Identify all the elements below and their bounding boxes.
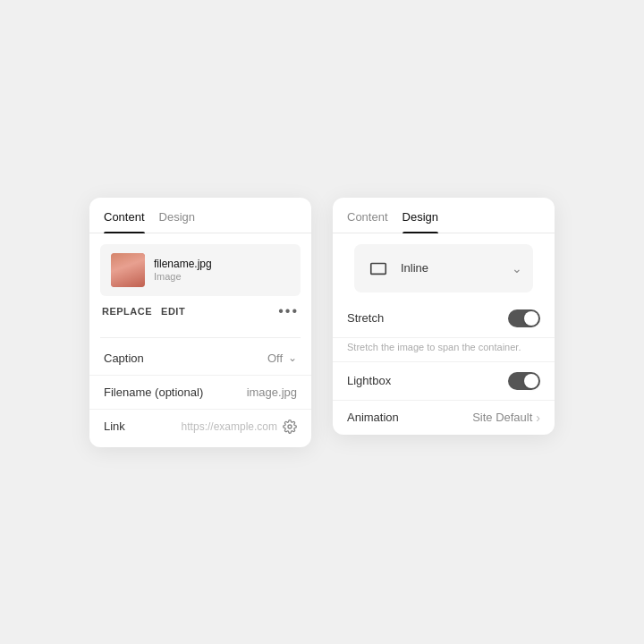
- svg-point-0: [288, 425, 292, 428]
- filename-value[interactable]: image.jpg: [247, 386, 297, 399]
- stretch-toggle-knob: [524, 311, 538, 326]
- stretch-toggle[interactable]: [508, 309, 540, 327]
- link-label: Link: [104, 419, 125, 433]
- animation-chevron-icon: ›: [536, 411, 540, 425]
- caption-label: Caption: [104, 352, 144, 365]
- panels-container: Content Design filename.jpg Image REPLAC…: [89, 198, 555, 447]
- animation-row[interactable]: Animation Site Default ›: [333, 401, 555, 435]
- tab-design-right[interactable]: Design: [402, 210, 438, 233]
- replace-button[interactable]: REPLACE: [102, 306, 152, 317]
- caption-chevron-icon: ⌄: [288, 352, 297, 364]
- lightbox-toggle[interactable]: [508, 372, 540, 390]
- more-options-button[interactable]: •••: [278, 303, 299, 319]
- stretch-row: Stretch: [333, 300, 555, 338]
- tab-content-right[interactable]: Content: [347, 210, 388, 233]
- left-panel: Content Design filename.jpg Image REPLAC…: [89, 198, 311, 447]
- display-select-label: Inline: [401, 261, 428, 275]
- display-mode-row[interactable]: Inline ⌄: [354, 244, 533, 292]
- display-chevron-icon: ⌄: [512, 261, 522, 275]
- link-value[interactable]: https://example.com: [182, 419, 297, 434]
- lightbox-label: Lightbox: [347, 374, 391, 387]
- tab-content-left[interactable]: Content: [104, 210, 145, 233]
- stretch-label: Stretch: [347, 311, 384, 325]
- image-actions: REPLACE EDIT •••: [100, 303, 301, 326]
- animation-label: Animation: [347, 411, 399, 424]
- display-inline-icon: [365, 255, 392, 282]
- edit-button[interactable]: EDIT: [161, 306, 185, 317]
- lightbox-row: Lightbox: [333, 362, 555, 401]
- fields-list: Caption Off ⌄ Filename (optional) image.…: [89, 338, 311, 447]
- right-panel-tabs: Content Design: [333, 198, 555, 233]
- tab-design-left[interactable]: Design: [159, 210, 195, 233]
- display-select[interactable]: Inline ⌄: [401, 261, 522, 275]
- image-filename: filename.jpg: [154, 258, 290, 270]
- right-panel: Content Design Inline ⌄ Stre: [333, 198, 555, 435]
- thumbnail-face: [111, 253, 145, 287]
- animation-value: Site Default ›: [472, 411, 540, 425]
- caption-row: Caption Off ⌄: [89, 342, 311, 376]
- caption-value[interactable]: Off ⌄: [267, 352, 297, 365]
- link-row: Link https://example.com: [89, 410, 311, 444]
- svg-rect-1: [371, 263, 386, 274]
- link-gear-icon[interactable]: [283, 419, 297, 434]
- image-section: filename.jpg Image REPLACE EDIT •••: [89, 233, 311, 337]
- filename-label: Filename (optional): [104, 386, 203, 399]
- filename-row: Filename (optional) image.jpg: [89, 376, 311, 410]
- stretch-helper-text: Stretch the image to span the container.: [333, 338, 555, 362]
- left-panel-tabs: Content Design: [89, 198, 311, 233]
- image-type: Image: [154, 271, 290, 282]
- image-thumbnail: [111, 253, 145, 287]
- image-preview-box: filename.jpg Image: [100, 244, 301, 296]
- lightbox-toggle-knob: [524, 374, 538, 388]
- image-info: filename.jpg Image: [154, 258, 290, 282]
